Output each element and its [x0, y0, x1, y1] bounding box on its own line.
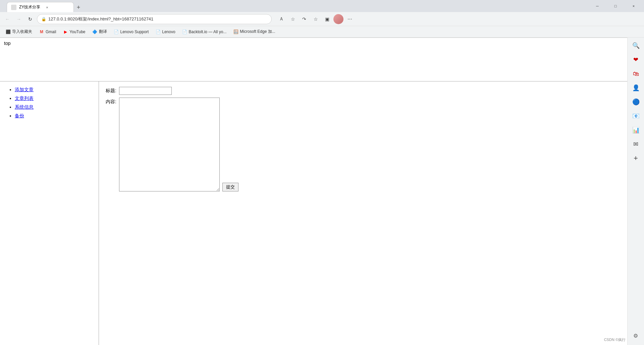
maximize-button[interactable]: □	[608, 0, 623, 12]
favorites-button[interactable]: ☆	[288, 14, 298, 24]
bookmark-backtoit[interactable]: 📄 Backtolt.io — All yo...	[179, 28, 229, 36]
games-sidebar-icon[interactable]: 📊	[629, 123, 643, 137]
left-nav: 添加文章 文章列表 系统信息 备份	[0, 81, 99, 345]
tab-favicon	[11, 5, 16, 10]
tab-bar: ZY技术分享 × +	[7, 0, 587, 12]
add-article-link[interactable]: 添加文章	[15, 87, 34, 92]
shopping-sidebar-icon[interactable]: 🛍	[629, 67, 643, 80]
csdn-badge: CSDN ©疯行	[604, 337, 626, 342]
page-content: top 添加文章 文章列表 系统信息 备份	[0, 38, 627, 345]
browser-essentials-icon[interactable]: 🔵	[629, 95, 643, 109]
window-buttons: ─ □ ×	[590, 0, 641, 12]
bookmark-microsoft-edge-label: Microsoft Edge 加...	[240, 29, 275, 35]
bookmark-import[interactable]: ⬛ 导入收藏夹	[3, 27, 35, 36]
list-item: 系统信息	[15, 104, 92, 110]
send-sidebar-icon[interactable]: ✉	[629, 137, 643, 151]
new-tab-button[interactable]: +	[74, 3, 83, 12]
list-item: 文章列表	[15, 96, 92, 102]
collections-button[interactable]: ↷	[299, 14, 309, 24]
list-item: 备份	[15, 113, 92, 119]
add-sidebar-icon[interactable]: +	[629, 152, 643, 165]
read-mode-button[interactable]: Ａ	[276, 14, 286, 24]
back-button[interactable]: ←	[3, 14, 12, 24]
bookmark-microsoft-edge[interactable]: 🪟 Microsoft Edge 加...	[230, 27, 278, 36]
content-area: 内容: 提交	[106, 98, 621, 191]
article-list-link[interactable]: 文章列表	[15, 96, 34, 101]
browser-chrome: ZY技术分享 × + ─ □ × ← → ↻ 🔒 127.0.0.1:8020/…	[0, 0, 644, 38]
sidebar-icons: 🔍 ❤ 🛍 👤 🔵 📧 📊 ✉ + ⚙	[627, 38, 644, 345]
title-label: 标题:	[106, 88, 116, 94]
bookmark-youtube[interactable]: ▶ YouTube	[60, 28, 88, 36]
tab-close-button[interactable]: ×	[44, 5, 50, 10]
wallet-button[interactable]: ▣	[322, 14, 332, 24]
lenovo-support-icon: 📄	[114, 29, 119, 35]
settings-sidebar-icon[interactable]: ⚙	[627, 329, 644, 342]
content-label: 内容:	[106, 98, 116, 105]
backup-link[interactable]: 备份	[15, 113, 24, 118]
content-textarea[interactable]	[119, 98, 220, 191]
url-text: 127.0.0.1:8020/框架/index.html?_hbt=168727…	[48, 16, 267, 22]
bookmark-gmail[interactable]: M Gmail	[36, 28, 59, 36]
minimize-button[interactable]: ─	[590, 0, 605, 12]
title-bar: ZY技术分享 × + ─ □ ×	[0, 0, 644, 12]
import-icon: ⬛	[5, 29, 11, 35]
lenovo-icon: 📄	[155, 29, 161, 35]
bookmark-lenovo-label: Lenovo	[162, 30, 175, 34]
profile-avatar[interactable]	[333, 14, 343, 24]
bookmark-translate[interactable]: 🔷 翻译	[90, 27, 110, 36]
bookmarks-bar: ⬛ 导入收藏夹 M Gmail ▶ YouTube 🔷 翻译 📄 Lenovo …	[0, 26, 644, 38]
address-bar: ← → ↻ 🔒 127.0.0.1:8020/框架/index.html?_hb…	[0, 12, 644, 26]
bookmark-translate-label: 翻译	[99, 29, 107, 35]
favorites-sidebar-icon[interactable]: ❤	[629, 53, 643, 66]
tab-title: ZY技术分享	[19, 4, 40, 10]
bookmark-lenovo-support[interactable]: 📄 Lenovo Support	[111, 28, 152, 36]
system-info-link[interactable]: 系统信息	[15, 104, 34, 110]
submit-button[interactable]: 提交	[222, 183, 238, 191]
top-text: top	[4, 41, 10, 46]
list-item: 添加文章	[15, 87, 92, 93]
top-frame: top	[0, 38, 627, 81]
profile-sidebar-icon[interactable]: 👤	[629, 81, 643, 95]
gmail-icon: M	[39, 29, 44, 35]
search-sidebar-icon[interactable]: 🔍	[629, 39, 643, 52]
tab-favorites-button[interactable]: ☆	[311, 14, 321, 24]
url-bar[interactable]: 🔒 127.0.0.1:8020/框架/index.html?_hbt=1687…	[37, 14, 272, 24]
bookmark-youtube-label: YouTube	[69, 30, 85, 34]
nav-list: 添加文章 文章列表 系统信息 备份	[7, 87, 92, 119]
more-button[interactable]: ⋯	[345, 14, 355, 24]
bookmark-lenovo-support-label: Lenovo Support	[120, 30, 149, 34]
bookmark-lenovo[interactable]: 📄 Lenovo	[153, 28, 178, 36]
translate-icon: 🔷	[92, 29, 98, 35]
title-input[interactable]	[119, 87, 172, 95]
address-actions: Ａ ☆ ↷ ☆ ▣ ⋯	[276, 14, 355, 24]
right-content: 标题: 内容: 提交	[99, 81, 627, 345]
bookmark-import-label: 导入收藏夹	[12, 29, 32, 35]
main-frame: 添加文章 文章列表 系统信息 备份 标题:	[0, 81, 627, 345]
active-tab[interactable]: ZY技术分享 ×	[7, 2, 74, 12]
forward-button[interactable]: →	[14, 14, 23, 24]
backtoit-icon: 📄	[182, 29, 187, 35]
youtube-icon: ▶	[63, 29, 68, 35]
microsoft-edge-icon: 🪟	[233, 29, 238, 35]
lock-icon: 🔒	[41, 17, 46, 21]
title-row: 标题:	[106, 87, 621, 95]
bookmark-gmail-label: Gmail	[46, 30, 56, 34]
outlook-sidebar-icon[interactable]: 📧	[629, 109, 643, 123]
close-button[interactable]: ×	[626, 0, 641, 12]
refresh-button[interactable]: ↻	[25, 14, 35, 24]
bookmark-backtoit-label: Backtolt.io — All yo...	[189, 30, 227, 34]
